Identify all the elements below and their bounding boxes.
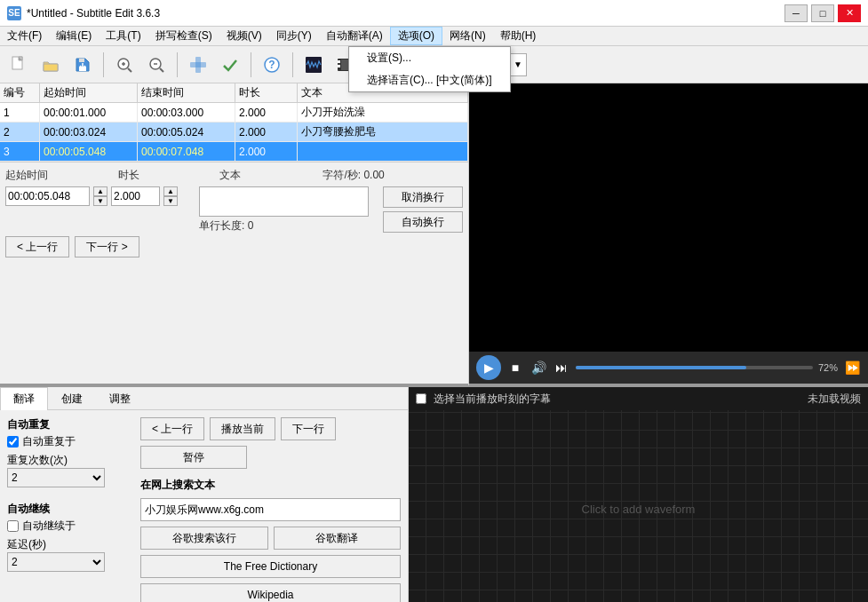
trans-prev-button[interactable]: < 上一行 [140,417,204,440]
row2-num: 2 [0,123,40,141]
menu-file[interactable]: 文件(F) [0,27,49,45]
row3-dur: 2.000 [235,142,298,161]
settings-button[interactable] [183,50,213,80]
wikipedia-button[interactable]: Wikipedia [140,583,401,602]
waveform-display[interactable]: Click to add waveform [409,410,868,602]
mute-button[interactable]: 🔊 [530,359,547,376]
menu-video[interactable]: 视频(V) [219,27,269,45]
repeat-count-select[interactable]: 2 [7,468,105,487]
menu-help[interactable]: 帮助(H) [493,27,544,45]
duration-label: 时长 [118,168,139,183]
google-search-button[interactable]: 谷歌搜索该行 [140,527,268,550]
start-time-spinner[interactable]: ▲ ▼ [93,186,108,206]
subtitle-list-panel: 编号 起始时间 结束时间 时长 文本 1 00:00:01.000 00:00:… [0,83,469,385]
delay-select[interactable]: 2 [7,552,105,572]
col-header-end: 结束时间 [138,83,235,102]
google-translate-button[interactable]: 谷歌翻译 [274,527,402,550]
svg-line-9 [128,68,131,72]
minimize-button[interactable]: ─ [784,4,808,22]
tab-translate[interactable]: 翻译 [0,387,48,410]
waveform-header: 选择当前播放时刻的字幕 未加载视频 [409,387,868,410]
search-input[interactable] [140,498,401,521]
trans-next-button[interactable]: 下一行 [281,417,336,440]
translation-controls: < 上一行 播放当前 下一行 暂停 在网上搜索文本 谷歌搜索该行 谷歌翻译 Th… [140,417,401,602]
tab-adjust[interactable]: 调整 [96,387,144,410]
menu-network[interactable]: 网络(N) [442,27,493,45]
col-header-dur: 时长 [235,83,298,102]
menu-options[interactable]: 选项(O) [390,27,442,45]
maximize-button[interactable]: □ [811,4,834,22]
svg-text:?: ? [268,59,275,71]
video-display [469,83,868,352]
svg-rect-17 [306,57,322,73]
table-row[interactable]: 2 00:00:03.024 00:00:05.024 2.000 小刀弯腰捡肥… [0,123,468,142]
subtitle-table-body: 1 00:00:01.000 00:00:03.000 2.000 小刀开始洗澡… [0,103,468,162]
duration-down[interactable]: ▼ [163,196,178,206]
svg-line-12 [160,68,163,72]
check-button[interactable] [215,50,245,80]
new-button[interactable] [4,50,34,80]
dropdown-language[interactable]: 选择语言(C)... [中文(简体)] [349,69,510,91]
zoom-out-button[interactable] [141,50,171,80]
save-button[interactable] [68,50,98,80]
start-time-down[interactable]: ▼ [93,196,108,206]
waveform-placeholder: Click to add waveform [582,503,696,516]
stop-button[interactable]: ■ [506,359,524,376]
menu-tools[interactable]: 工具(T) [99,27,147,45]
row2-start: 00:00:03.024 [40,123,138,141]
edit-area: 起始时间 时长 文本 字符/秒: 0.00 [0,162,468,299]
waveform-status: 未加载视频 [808,392,861,407]
svg-rect-3 [44,64,58,71]
col-header-start: 起始时间 [40,83,138,102]
svg-rect-5 [79,59,84,62]
subtitle-text-input[interactable] [199,186,369,217]
cancel-replace-button[interactable]: 取消换行 [383,186,463,208]
table-row[interactable]: 1 00:00:01.000 00:00:03.000 2.000 小刀开始洗澡 [0,103,468,123]
auto-repeat-checkbox[interactable] [7,436,19,448]
prev-row-button[interactable]: < 上一行 [5,236,69,257]
skip-right-button[interactable]: ⏩ [843,359,861,376]
help-button[interactable]: ? [257,50,287,80]
menu-edit[interactable]: 编辑(E) [49,27,99,45]
options-dropdown: 设置(S)... 选择语言(C)... [中文(简体)] [348,46,511,92]
play-current-button[interactable]: 播放当前 [210,417,275,440]
pause-button[interactable]: 暂停 [140,446,247,469]
tab-bar: 翻译 创建 调整 [0,387,408,410]
tab-translate-content: 自动重复 自动重复于 重复次数(次) 2 自动继续 [0,410,408,602]
start-time-up[interactable]: ▲ [93,186,108,196]
zoom-in-button[interactable] [109,50,139,80]
auto-continue-checkbox[interactable] [7,520,19,532]
duration-spinner[interactable]: ▲ ▼ [163,186,178,206]
next-row-button[interactable]: 下一行 > [75,236,139,257]
repeat-count-label: 重复次数(次) [7,453,131,468]
search-label: 在网上搜索文本 [140,478,401,493]
svg-rect-20 [338,65,340,67]
row1-text: 小刀开始洗澡 [298,103,468,122]
auto-replace-button[interactable]: 自动换行 [383,211,463,233]
duration-input[interactable] [111,186,160,206]
play-button[interactable]: ▶ [476,355,501,380]
auto-continue-title: 自动继续 [7,502,131,517]
waveform-subtitle-checkbox[interactable] [416,393,426,404]
dropdown-settings[interactable]: 设置(S)... [349,47,510,69]
window-title: *Untitled - Subtitle Edit 3.6.3 [27,7,160,20]
encoding-dropdown-arrow: ▼ [514,59,522,69]
open-button[interactable] [36,50,66,80]
skip-forward-button[interactable]: ⏭ [553,359,570,376]
free-dictionary-button[interactable]: The Free Dictionary [140,555,401,578]
start-time-input[interactable] [5,186,90,206]
row2-text: 小刀弯腰捡肥皂 [298,123,468,141]
translation-panel: 翻译 创建 调整 自动重复 自动重复于 重复次数(次) 2 [0,387,409,602]
tab-create[interactable]: 创建 [48,387,96,410]
menu-autotrans[interactable]: 自动翻译(A) [319,27,390,45]
row1-num: 1 [0,103,40,122]
menu-spell[interactable]: 拼写检查(S) [148,27,219,45]
waveform-button[interactable] [299,50,329,80]
auto-repeat-label: 自动重复于 [22,434,76,449]
video-progress[interactable] [576,366,813,369]
menu-sync[interactable]: 同步(Y) [269,27,319,45]
row1-end: 00:00:03.000 [138,103,235,122]
close-button[interactable]: ✕ [838,4,861,22]
duration-up[interactable]: ▲ [163,186,178,196]
table-row[interactable]: 3 00:00:05.048 00:00:07.048 2.000 [0,142,468,162]
